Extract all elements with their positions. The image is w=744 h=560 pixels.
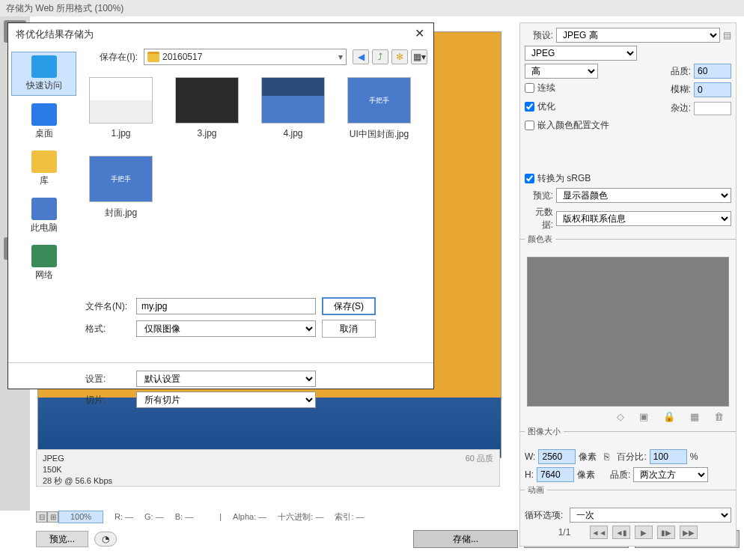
w-label: W: [525,451,535,462]
preset-label: 预设: [525,29,553,42]
back-icon[interactable]: ◀ [353,49,369,64]
color-table-label: 颜色表 [525,234,555,243]
panel-menu-icon[interactable]: ▤ [723,30,731,40]
matte-label: 杂边: [671,102,691,115]
file-item[interactable]: 1.jpg [85,77,156,141]
status-panel: 60 品质 JPEG 150K 28 秒 @ 56.6 Kbps [36,449,500,487]
loop-select[interactable]: 一次 [570,508,731,523]
first-frame-button[interactable]: ◄◄ [590,526,608,539]
ct-icon[interactable]: 🔒 [663,411,675,422]
last-frame-button[interactable]: ▶▶ [680,526,698,539]
h-label: H: [525,469,534,480]
bottom-controls: ⊟ ⊞ 100% R: — G: — B: — | Alpha: — 十六进制:… [36,509,500,524]
file-grid[interactable]: 1.jpg3.jpg4.jpg手把手UI中国封面.jpg手把手封面.jpg [85,71,427,296]
height-input[interactable] [537,467,574,482]
new-folder-icon[interactable]: ✻ [391,49,408,64]
next-frame-button[interactable]: ▮▶ [657,526,675,539]
ct-icon[interactable]: ▦ [690,411,699,422]
color-b: B: — [175,512,193,521]
preview-label: 预览: [525,189,553,202]
matte-swatch[interactable] [694,102,731,115]
settings-select[interactable]: 默认设置 [136,371,316,387]
folder-icon [147,52,159,62]
dialog-title: 将优化结果存储为 [16,28,94,41]
prev-frame-button[interactable]: ◄▮ [612,526,630,539]
status-quality: 60 品质 [466,453,493,464]
preset-select[interactable]: JPEG 高 [556,28,720,43]
window-titlebar: 存储为 Web 所用格式 (100%) [0,0,744,16]
status-format: JPEG [43,453,493,464]
color-table-area [527,257,729,407]
folder-select[interactable]: 20160517 ▾ [144,49,347,65]
width-input[interactable] [538,449,576,464]
right-panel: 预设: JPEG 高 ▤ JPEG 高 品质: 连续 模糊: 优化 杂边: 嵌入… [519,22,737,547]
color-index: 索引: — [335,511,364,523]
filename-label: 文件名(N): [85,300,130,313]
play-button[interactable]: ▶ [635,526,653,539]
format-label: 格式: [85,323,130,335]
dialog-save-button[interactable]: 保存(S) [322,297,376,315]
anim-count: 1/1 [558,527,571,538]
percent-label: 百分比: [617,451,646,463]
slice-label: 切片: [85,394,130,407]
zoom-out-button[interactable]: ⊟ [36,511,47,523]
meta-select[interactable]: 版权和联系信息 [556,211,731,226]
ct-icon[interactable]: 🗑 [714,411,724,422]
blur-input[interactable] [694,82,731,97]
animation-label: 动画 [525,485,547,494]
file-item[interactable]: 手把手封面.jpg [85,156,156,219]
preview-button[interactable]: 预览... [36,531,88,547]
status-time: 28 秒 @ 56.6 Kbps [43,475,493,487]
filename-input[interactable] [136,298,316,314]
ct-icon[interactable]: ▣ [639,411,648,422]
status-size: 150K [43,464,493,475]
loop-label: 循环选项: [525,509,567,522]
embed-profile-checkbox[interactable] [525,121,534,130]
color-hex: 十六进制: — [278,511,323,523]
save-in-label: 保存在(I): [85,51,138,64]
dialog-format-select[interactable]: 仅限图像 [136,320,316,337]
dialog-cancel-button[interactable]: 取消 [322,320,376,338]
settings-label: 设置: [85,373,130,386]
slice-select[interactable]: 所有切片 [136,392,316,408]
link-icon[interactable]: ⎘ [604,451,609,462]
browser-preview-icon[interactable]: ◔ [94,532,117,547]
view-icon[interactable]: ▦▾ [411,49,427,64]
close-icon[interactable]: ✕ [412,28,426,41]
quality-level-select[interactable]: 高 [525,64,598,79]
zoom-in-button[interactable]: ⊞ [47,511,58,523]
dialog-places-sidebar: 快速访问桌面库此电脑网络 [8,46,79,362]
file-item[interactable]: 3.jpg [171,77,243,141]
resample-select[interactable]: 两次立方 [633,467,708,482]
color-alpha: Alpha: — [233,512,266,521]
optimized-checkbox[interactable] [525,102,534,112]
file-item[interactable]: 4.jpg [257,77,329,141]
sidebar-item-3[interactable]: 此电脑 [11,195,76,237]
preview-select[interactable]: 显示器颜色 [556,188,731,203]
up-icon[interactable]: ⤴ [372,49,388,64]
sidebar-item-2[interactable]: 库 [11,147,76,190]
resample-label: 品质: [610,469,630,481]
color-r: R: — [115,512,133,521]
save-dialog: 将优化结果存储为 ✕ 快速访问桌面库此电脑网络 保存在(I): 20160517… [7,22,434,389]
meta-label: 元数据: [525,206,553,231]
ct-icon[interactable]: ◇ [617,411,624,422]
blur-label: 模糊: [671,83,691,96]
image-size-label: 图像大小 [525,427,564,436]
zoom-value[interactable]: 100% [58,511,103,523]
color-g: G: — [144,512,164,521]
file-item[interactable]: 手把手UI中国封面.jpg [344,77,415,141]
progressive-checkbox[interactable] [525,83,534,93]
format-select[interactable]: JPEG [525,46,637,61]
quality-input[interactable] [694,64,731,79]
sidebar-item-0[interactable]: 快速访问 [11,52,76,96]
quality-label: 品质: [671,65,691,78]
sidebar-item-1[interactable]: 桌面 [11,100,76,143]
sidebar-item-4[interactable]: 网络 [11,242,76,284]
percent-input[interactable] [650,449,687,464]
convert-srgb-checkbox[interactable] [525,174,534,183]
save-button[interactable]: 存储... [413,530,518,548]
